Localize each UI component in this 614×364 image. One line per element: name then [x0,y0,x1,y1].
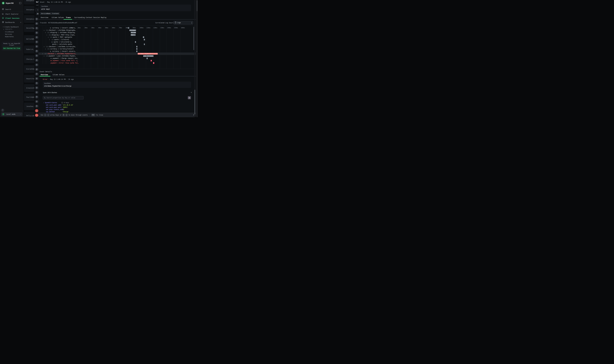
event-location-pin-icon[interactable] [35,86,38,90]
span-duration-bar[interactable]: C [135,41,136,43]
preset-link-kubernetes[interactable]: Kubernetes [5,36,14,38]
trace-tree-row[interactable]: ∨(1)checkout | oteldemo.PaymentServi…ote… [39,52,196,55]
local-mode-menu[interactable]: U Local mode › [1,112,22,116]
service-name-chip[interactable]: ServiceName: frontend [40,12,60,15]
chevron-down-icon[interactable]: ∨ [45,31,46,34]
trace-tree-row[interactable]: quote | calculate-quotec [39,43,196,45]
trace-tree-row[interactable]: ∨(2)quote | {closure}{ [39,39,196,41]
event-location-pin-icon[interactable] [35,36,38,39]
event-location-pin-icon[interactable] [35,95,38,99]
trace-tree-row[interactable]: ▤currency | Convert convers… [39,27,196,29]
event-location-pin-icon[interactable] [35,91,38,94]
edit-icon[interactable]: ✎ [72,22,73,24]
span-duration-bar[interactable]: C [136,48,137,50]
attribute-key[interactable]: net.sock.peer.port [46,106,62,108]
trace-tree-row[interactable]: ∨(1)currency | Currency/ConvertC [39,48,196,50]
span-duration-bar[interactable]: C [136,46,137,48]
span-duration-bar[interactable]: oteldemo.PaymentService/Char [138,53,158,54]
collapse-section-icon[interactable]: ∧ [191,91,192,93]
attribute-value[interactable]: 50051 [62,106,68,108]
span-duration-bar[interactable]: oteldem [131,32,136,33]
preset-link-services[interactable]: Services [5,33,12,35]
span-duration-bar[interactable]: oteldemo. [129,29,136,31]
event-location-pin-icon[interactable] [35,54,38,57]
event-location-pin-icon[interactable] [35,22,38,25]
event-swap-arrows-icon[interactable]: ⇄ [35,109,38,112]
close-icon[interactable]: × [193,114,194,116]
trace-tree-row[interactable]: ∨(1)quote | POST /getquoteP [39,36,196,39]
event-location-pin-icon[interactable] [35,31,38,34]
sidebar-item-client-sessions[interactable]: Client Sessions [0,16,24,20]
event-location-pin-icon[interactable] [35,40,38,44]
preset-link-clickhouse[interactable]: Clickhouse [5,31,14,33]
chevron-down-icon[interactable]: ∨ [42,52,43,55]
attributes-search-input[interactable]: Search properties by key or value [43,96,83,99]
event-location-pin-icon[interactable] [35,68,38,71]
arrow-right-key[interactable]: → [47,114,49,116]
tab-trace[interactable]: Trace [66,16,71,18]
create-dashboard-button[interactable]: + Create Dashboard [3,26,18,28]
event-terminal-icon[interactable]: >_ [35,114,38,117]
span-duration-bar[interactable] [128,27,129,29]
chevron-down-icon[interactable]: ∨ [48,36,49,39]
span-duration-bar[interactable]: c [144,43,145,45]
j-key[interactable]: j [65,114,68,116]
trace-tree-row[interactable]: ∨(1)shipping | POST http://quo…POST h [39,34,196,36]
session-filter-button[interactable]: H [36,13,39,15]
event-details-tab-overview[interactable]: Overview [41,74,48,76]
sidebar-collapse-icon[interactable] [19,2,21,4]
trace-tree-row[interactable]: ∨(1)shipping | oteldemo.Shipping…oteldem [39,31,196,34]
span-duration-bar[interactable]: P [143,36,144,38]
trace-tree-row[interactable]: ▤quote | Calculated q…C [39,41,196,43]
session-search-input[interactable]: Sea [35,8,39,12]
tab-column-values[interactable]: Column Values [52,16,64,18]
tab-overview[interactable]: Overview [41,16,48,18]
span-duration-bar[interactable]: V [151,60,152,62]
chevron-down-icon[interactable]: ∨ [44,55,44,57]
attribute-key[interactable]: net.sock.peer.addr [46,104,62,106]
trace-tree-row[interactable]: payment | Error: Visa cache ful…E [39,62,196,64]
event-details-tab-column-values[interactable]: Column Values [53,74,65,76]
event-location-pin-icon[interactable] [35,26,38,30]
sidebar-item-dashboards[interactable]: Dashboards∧ [0,20,24,24]
event-location-pin-icon[interactable] [35,104,38,108]
event-location-pin-icon[interactable] [35,59,38,62]
span-duration-bar[interactable]: C [146,58,148,59]
span-duration-bar[interactable]: E [153,62,154,64]
event-location-pin-icon[interactable] [35,77,38,80]
attribute-key[interactable]: rpc.method [46,111,54,113]
attribute-value[interactable]: 2 [62,109,65,110]
get-started-button[interactable]: Get Started for Free [3,47,21,50]
event-location-pin-icon[interactable] [35,82,38,85]
gear-icon[interactable]: ⚙ [188,96,191,99]
chevron-down-icon[interactable]: ∨ [49,39,50,41]
event-location-pin-icon[interactable] [35,45,38,48]
trace-tree-row[interactable]: ▤payment | Charge request rec…C [39,57,196,60]
chevron-down-icon[interactable]: ∨ [44,29,44,31]
trace-tree-row[interactable]: ∨(1)checkout | oteldemo.ShippingSe…oteld… [39,29,196,31]
chevron-down-icon[interactable]: ∨ [44,45,44,48]
sidebar-item-search[interactable]: Search [0,7,24,11]
span-duration-bar[interactable]: grpc.oteldemo. [143,55,154,57]
logo[interactable]: HyperDX [2,2,14,4]
span-duration-bar[interactable]: { [144,39,145,40]
sidebar-item-chart-explorer[interactable]: Chart Explorer [0,12,24,16]
tab-surrounding-context[interactable]: Surrounding Context [74,16,92,18]
chevron-down-icon[interactable]: ∨ [45,48,46,50]
attribute-key[interactable]: rpc.grpc.status_code [46,109,63,110]
k-key[interactable]: k [63,114,65,116]
log-source-select[interactable]: Logs ▲▼ [174,21,193,25]
trace-tree-row[interactable]: ▤currency | Convert convers…C [39,50,196,52]
trace-tree-row[interactable]: ∨(1)checkout | oteldemo.CurrencySe…C [39,45,196,48]
span-duration-bar[interactable]: POST h [131,34,136,36]
waterfall-scrollbar-thumb[interactable] [193,27,194,50]
span-duration-bar[interactable]: C [136,51,137,52]
event-location-pin-icon[interactable] [35,50,38,53]
drawer-scrollbar-thumb[interactable] [194,90,195,114]
event-location-pin-icon[interactable] [35,100,38,103]
help-button[interactable]: ? [1,109,4,112]
page-scrollbar-thumb[interactable] [197,0,197,11]
chevron-down-icon[interactable]: ∨ [46,34,47,36]
arrow-left-key[interactable]: ← [44,114,46,116]
attributes-root-node[interactable]: ▾ SpanAttributes {} 6 keys [43,102,69,104]
